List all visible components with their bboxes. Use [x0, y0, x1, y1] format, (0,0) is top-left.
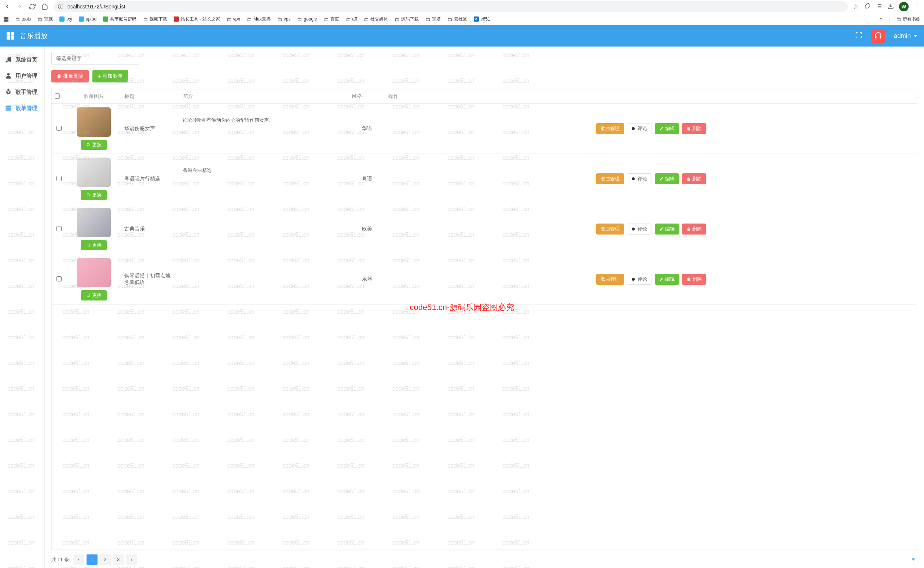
- address-bar[interactable]: ⓘ localhost:9172/#/SongList: [53, 1, 848, 12]
- sidebar-item[interactable]: 用户管理: [0, 68, 44, 84]
- search-icon: [86, 293, 91, 298]
- change-cover-button[interactable]: 更换: [81, 190, 107, 200]
- bookmark-label: tools: [22, 17, 31, 22]
- row-desc[interactable]: 香港金曲精选: [183, 165, 346, 192]
- comment-button[interactable]: 评论: [627, 224, 652, 234]
- bookmark-item[interactable]: 🗀源码下载: [395, 16, 419, 23]
- row-desc[interactable]: 细心聆听那些触动你内心的华语伤感女声。: [183, 115, 346, 142]
- add-songlist-button[interactable]: + 添加歌单: [92, 70, 128, 82]
- song-manage-button[interactable]: 歌曲管理: [596, 123, 624, 134]
- all-bookmarks-button[interactable]: 🗀所有书签: [896, 16, 920, 23]
- page-size-dropdown[interactable]: [912, 559, 915, 560]
- toolbar-right: ☆ W ⋮: [853, 2, 920, 11]
- edit-button[interactable]: 编辑: [655, 274, 679, 285]
- headphone-button[interactable]: [871, 29, 885, 43]
- dot-icon: [632, 228, 635, 231]
- change-cover-button[interactable]: 更换: [81, 240, 107, 250]
- sidebar-item[interactable]: 歌手管理: [0, 84, 44, 100]
- delete-button[interactable]: 删除: [682, 173, 706, 184]
- trash-icon: [687, 227, 691, 231]
- comment-button[interactable]: 评论: [627, 274, 652, 285]
- delete-button[interactable]: 删除: [682, 274, 706, 285]
- bookmark-item[interactable]: 🗀vps: [277, 17, 291, 22]
- song-manage-button[interactable]: 歌曲管理: [596, 224, 624, 234]
- reading-list-icon[interactable]: [876, 3, 882, 11]
- batch-delete-button[interactable]: 批量删除: [51, 70, 89, 82]
- bookmark-item[interactable]: 🗀Max云梯: [247, 16, 271, 23]
- bookmark-item[interactable]: txy: [59, 17, 72, 22]
- page-number-button[interactable]: 3: [113, 554, 124, 565]
- select-all-checkbox[interactable]: [54, 94, 60, 98]
- svg-point-12: [87, 143, 89, 146]
- bookmark-item[interactable]: 🗀tools: [15, 17, 31, 22]
- bookmark-item[interactable]: 🗀百度: [324, 16, 339, 23]
- nav-back-icon[interactable]: [4, 3, 11, 10]
- change-cover-button[interactable]: 更换: [81, 140, 107, 150]
- row-checkbox[interactable]: [56, 226, 62, 231]
- bookmark-label: 视频下载: [150, 16, 167, 23]
- comment-button[interactable]: 评论: [627, 123, 652, 134]
- extension-icon[interactable]: [864, 3, 871, 11]
- comment-button[interactable]: 评论: [627, 173, 652, 184]
- download-icon[interactable]: [887, 3, 894, 11]
- edit-button[interactable]: 编辑: [655, 173, 679, 184]
- bookmark-item[interactable]: 🗀宝塔: [425, 16, 441, 23]
- star-icon[interactable]: ☆: [853, 3, 859, 11]
- site-info-icon[interactable]: ⓘ: [58, 3, 64, 10]
- bookmark-item[interactable]: [4, 17, 8, 22]
- page-number-button[interactable]: 2: [100, 554, 111, 565]
- nav-forward-icon[interactable]: [16, 3, 23, 10]
- change-cover-button[interactable]: 更换: [81, 290, 107, 301]
- grid-menu-icon[interactable]: [7, 32, 14, 39]
- bookmark-label: vpn: [233, 17, 240, 22]
- svg-point-16: [87, 244, 89, 246]
- svg-rect-11: [6, 109, 11, 110]
- song-manage-button[interactable]: 歌曲管理: [596, 173, 624, 184]
- sidebar-item[interactable]: 歌单管理: [0, 100, 44, 116]
- svg-line-13: [89, 145, 90, 146]
- row-checkbox[interactable]: [56, 276, 62, 281]
- cover-image: [77, 258, 111, 287]
- sidebar: 系统首页用户管理歌手管理歌单管理: [0, 47, 45, 568]
- sidebar-item[interactable]: 系统首页: [0, 52, 44, 68]
- bookmarks-overflow-icon[interactable]: »: [880, 17, 883, 22]
- row-desc[interactable]: [183, 266, 346, 293]
- delete-button[interactable]: 删除: [682, 224, 706, 234]
- page-prev-button[interactable]: ‹: [73, 554, 84, 565]
- row-checkbox[interactable]: [56, 126, 62, 131]
- bookmark-item[interactable]: uplod: [79, 17, 97, 22]
- edit-button[interactable]: 编辑: [655, 224, 679, 234]
- bookmark-item[interactable]: Av651: [474, 17, 490, 22]
- reload-icon[interactable]: [29, 3, 36, 10]
- edit-button[interactable]: 编辑: [655, 123, 679, 134]
- bookmark-item[interactable]: 🗀宝藏: [38, 16, 53, 23]
- fullscreen-icon[interactable]: [855, 32, 862, 41]
- bookmark-item[interactable]: 🗀google: [297, 17, 317, 22]
- delete-button[interactable]: 删除: [682, 123, 706, 134]
- bookmark-item[interactable]: 🗀社交媒体: [364, 16, 388, 23]
- sidebar-item-label: 歌单管理: [15, 105, 38, 112]
- home-icon: [5, 56, 12, 64]
- bookmark-item[interactable]: 🗀aff: [346, 17, 357, 22]
- user-dropdown[interactable]: admin: [894, 32, 917, 39]
- row-checkbox[interactable]: [56, 176, 62, 181]
- bookmark-item[interactable]: 🗀vpn: [227, 17, 240, 22]
- search-icon: [86, 142, 91, 147]
- bookmark-item[interactable]: 🗀视频下载: [143, 16, 167, 23]
- edit-icon: [659, 227, 664, 231]
- trash-icon: [56, 74, 62, 79]
- profile-avatar[interactable]: W: [899, 2, 909, 11]
- page-number-button[interactable]: 1: [86, 554, 98, 565]
- home-icon[interactable]: [41, 3, 48, 10]
- bookmark-item[interactable]: 共享账号密码: [103, 16, 136, 23]
- menu-dots-icon[interactable]: ⋮: [914, 3, 920, 11]
- header-desc: 简介: [180, 89, 349, 104]
- bookmark-item[interactable]: 🗀云社区: [447, 16, 467, 23]
- song-manage-button[interactable]: 歌曲管理: [596, 274, 624, 285]
- row-desc[interactable]: [183, 216, 346, 243]
- bookmark-label: vps: [284, 17, 291, 22]
- bookmark-label: 宝塔: [432, 16, 441, 23]
- page-next-button[interactable]: ›: [126, 554, 137, 565]
- bookmark-item[interactable]: 站长工具 - 站长之家: [174, 16, 220, 23]
- filter-input[interactable]: [51, 52, 139, 65]
